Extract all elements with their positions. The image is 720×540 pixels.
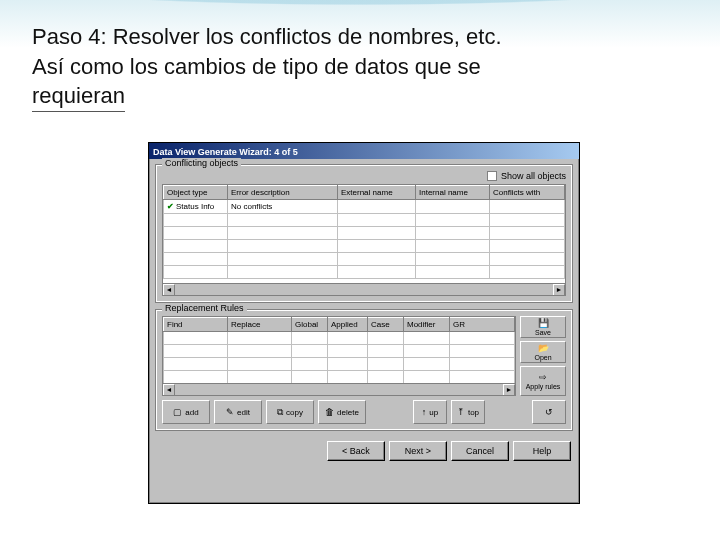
col-ext-name[interactable]: External name xyxy=(338,186,416,200)
scroll-left-icon[interactable]: ◄ xyxy=(163,384,175,396)
table-row[interactable] xyxy=(164,253,565,266)
conflicts-grid[interactable]: Object type Error description External n… xyxy=(162,184,566,296)
table-row[interactable]: ✔Status Info No conflicts xyxy=(164,200,565,214)
grid2-scrollbar[interactable]: ◄ ► xyxy=(163,383,515,395)
scroll-right-icon[interactable]: ► xyxy=(503,384,515,396)
move-up-button[interactable]: ↑ up xyxy=(413,400,447,424)
heading-line3: requieran xyxy=(32,81,125,112)
group-conflicting-objects: Conflicting objects Show all objects Obj… xyxy=(155,164,573,303)
copy-icon: ⧉ xyxy=(277,408,283,417)
arrow-up-icon: ↑ xyxy=(422,408,427,417)
show-all-label: Show all objects xyxy=(501,171,566,181)
delete-button[interactable]: 🗑 delete xyxy=(318,400,366,424)
edit-button[interactable]: ✎ edit xyxy=(214,400,262,424)
check-icon: ✔ xyxy=(167,202,174,211)
dialog-title: Data View Generate Wizard: 4 of 5 xyxy=(153,147,298,157)
next-button[interactable]: Next > xyxy=(389,441,447,461)
table-row[interactable] xyxy=(164,240,565,253)
trash-icon: 🗑 xyxy=(325,408,334,417)
table-row[interactable] xyxy=(164,371,515,384)
save-button[interactable]: 💾 Save xyxy=(520,316,566,338)
slide-heading: Paso 4: Resolver los conflictos de nombr… xyxy=(32,22,688,112)
group2-label: Replacement Rules xyxy=(162,303,247,313)
show-all-checkbox[interactable] xyxy=(487,171,497,181)
col-applied[interactable]: Applied xyxy=(328,318,368,332)
table-row[interactable] xyxy=(164,358,515,371)
add-button[interactable]: ▢ add xyxy=(162,400,210,424)
col-conflicts[interactable]: Conflicts with xyxy=(490,186,565,200)
col-case[interactable]: Case xyxy=(368,318,404,332)
back-button[interactable]: < Back xyxy=(327,441,385,461)
table-row[interactable] xyxy=(164,214,565,227)
heading-line1: Paso 4: Resolver los conflictos de nombr… xyxy=(32,24,502,49)
group-replacement-rules: Replacement Rules Find Replace G xyxy=(155,309,573,431)
scroll-right-icon[interactable]: ► xyxy=(553,284,565,296)
help-button[interactable]: Help xyxy=(513,441,571,461)
col-find[interactable]: Find xyxy=(164,318,228,332)
col-object-type[interactable]: Object type xyxy=(164,186,228,200)
table-row[interactable] xyxy=(164,345,515,358)
apply-rules-button[interactable]: ⇨ Apply rules xyxy=(520,366,566,396)
group1-label: Conflicting objects xyxy=(162,158,241,168)
move-top-button[interactable]: ⤒ top xyxy=(451,400,485,424)
open-button[interactable]: 📂 Open xyxy=(520,341,566,363)
reset-icon: ↺ xyxy=(545,408,553,417)
dialog-titlebar: Data View Generate Wizard: 4 of 5 xyxy=(149,143,579,159)
floppy-icon: 💾 xyxy=(538,319,549,328)
new-icon: ▢ xyxy=(173,408,182,417)
apply-icon: ⇨ xyxy=(539,373,547,382)
copy-button[interactable]: ⧉ copy xyxy=(266,400,314,424)
folder-open-icon: 📂 xyxy=(538,344,549,353)
rules-grid[interactable]: Find Replace Global Applied Case Modifie… xyxy=(162,316,516,396)
col-error-desc[interactable]: Error description xyxy=(228,186,338,200)
col-global[interactable]: Global xyxy=(292,318,328,332)
col-replace[interactable]: Replace xyxy=(228,318,292,332)
arrow-top-icon: ⤒ xyxy=(457,408,465,417)
reset-button[interactable]: ↺ xyxy=(532,400,566,424)
cancel-button[interactable]: Cancel xyxy=(451,441,509,461)
scroll-left-icon[interactable]: ◄ xyxy=(163,284,175,296)
table-row[interactable] xyxy=(164,227,565,240)
wizard-dialog: Data View Generate Wizard: 4 of 5 Confli… xyxy=(148,142,580,504)
pencil-icon: ✎ xyxy=(226,408,234,417)
heading-line2: Así como los cambios de tipo de datos qu… xyxy=(32,54,481,79)
grid1-scrollbar[interactable]: ◄ ► xyxy=(163,283,565,295)
wizard-button-row: < Back Next > Cancel Help xyxy=(155,437,573,461)
table-row[interactable] xyxy=(164,332,515,345)
table-row[interactable] xyxy=(164,266,565,279)
col-int-name[interactable]: Internal name xyxy=(416,186,490,200)
col-gr[interactable]: GR xyxy=(450,318,515,332)
col-modifier[interactable]: Modifier xyxy=(404,318,450,332)
